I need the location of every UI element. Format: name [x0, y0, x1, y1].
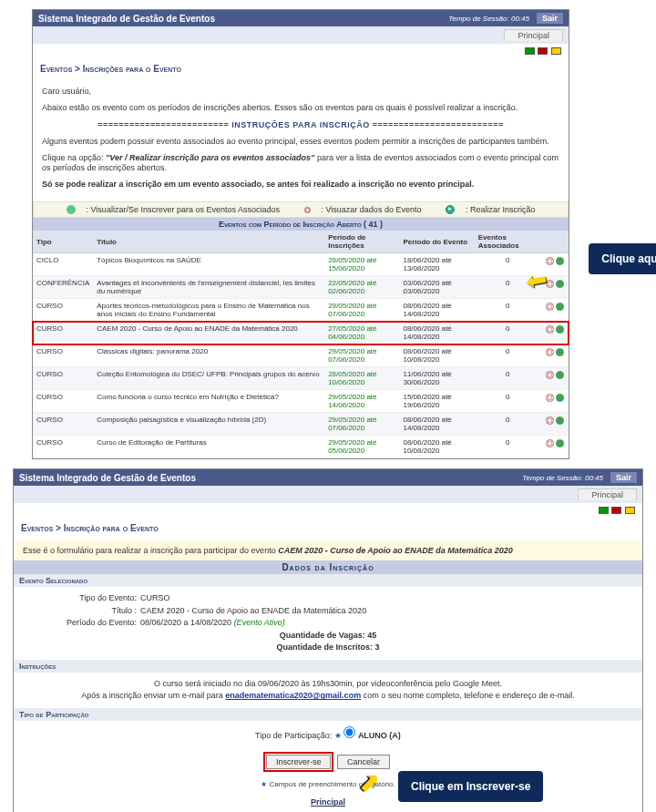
instr-p3: Só se pode realizar a inscrição em um ev…	[42, 180, 559, 190]
register-event-icon[interactable]	[556, 257, 564, 265]
col-periodo-ev: Período do Evento	[399, 231, 474, 253]
instr-p2: Clique na opção: "Ver / Realizar inscriç…	[42, 153, 559, 174]
flag-row	[33, 44, 569, 60]
col-periodo-insc: Período de Inscrições	[324, 231, 399, 253]
view-event-icon[interactable]	[546, 325, 554, 334]
view-event-icon[interactable]	[546, 371, 554, 379]
view-event-icon[interactable]	[546, 348, 554, 356]
system-title: Sistema Integrado de Gestão de Eventos	[19, 473, 522, 483]
system-title: Sistema Integrado de Gestão de Eventos	[38, 14, 448, 24]
vagas-row: Quantidade de Vagas: 45	[41, 630, 615, 642]
col-actions	[541, 231, 569, 253]
table-row: CURSOCAEM 2020 - Curso de Apoio ao ENADE…	[33, 322, 569, 344]
table-row: CURSOCurso de Editoração de Partituras29…	[33, 436, 569, 458]
table-row: CURSOComposição paisagística e visualiza…	[33, 413, 569, 436]
callout-click-inscrever: Clique em Inscrever-se	[398, 771, 543, 802]
assoc-icon	[67, 205, 76, 214]
screenshot-events-list: Sistema Integrado de Gestão de Eventos T…	[32, 9, 569, 459]
register-event-icon[interactable]	[556, 348, 564, 356]
instructions-body: O curso será iniciado no dia 09/06/2020 …	[14, 673, 642, 708]
tab-principal[interactable]: Principal	[504, 29, 563, 41]
breadcrumb: Eventos > Inscrições para o Evento	[33, 60, 569, 81]
action-legend: : Visualizar/Se Inscrever para os Evento…	[33, 201, 569, 219]
footer-link: Principal	[14, 792, 642, 812]
top-bar: Sistema Integrado de Gestão de Eventos T…	[33, 10, 569, 26]
register-event-icon[interactable]	[556, 280, 564, 288]
register-event-icon[interactable]	[556, 303, 564, 311]
sub-tipo-participacao: Tipo de Participação	[14, 708, 642, 721]
col-assoc: Eventos Associados	[475, 231, 541, 253]
radio-aluno[interactable]	[343, 726, 355, 738]
inscritos-row: Quantidade de Inscritos: 3	[41, 642, 615, 654]
view-event-icon[interactable]	[546, 394, 554, 402]
register-icon	[446, 205, 455, 214]
screenshot-inscription-form: Sistema Integrado de Gestão de Eventos T…	[13, 468, 643, 812]
instr-p1: Alguns eventos podem possuir evento asso…	[42, 137, 559, 148]
required-star: ★	[334, 731, 344, 740]
col-tipo: Tipo	[33, 231, 93, 253]
intro-text: Abaixo estão os evento com os períodos d…	[42, 103, 559, 114]
participation-row: Tipo de Participação: ★ ALUNO (A)	[14, 721, 642, 748]
table-row: CONFERÊNCIAAvantages et inconvénients de…	[33, 276, 569, 299]
sub-bar: Principal	[14, 486, 642, 503]
instructions-header: ========================= INSTRUÇÕES PAR…	[42, 120, 559, 131]
sub-evento-selecionado: Evento Selecionado	[14, 574, 642, 587]
greeting: Caro usuário,	[42, 87, 559, 98]
email-link[interactable]: enadematematica2020@gmail.com	[225, 691, 361, 700]
view-event-icon[interactable]	[546, 257, 554, 265]
table-title: Eventos com Período de Inscrição Aberto …	[33, 218, 569, 231]
event-info: Tipo do Evento:CURSO Título :CAEM 2020 -…	[14, 587, 642, 660]
flag-es-icon[interactable]	[625, 507, 635, 514]
form-banner: Esse é o formulário para realizar a insc…	[14, 540, 642, 560]
register-event-icon[interactable]	[556, 416, 564, 425]
register-event-icon[interactable]	[556, 439, 564, 447]
flag-row	[14, 503, 642, 519]
intro-content: Caro usuário, Abaixo estão os evento com…	[33, 81, 569, 201]
inscrever-button[interactable]: Inscrever-se	[266, 755, 332, 769]
cancelar-button[interactable]: Cancelar	[337, 755, 390, 769]
view-event-icon[interactable]	[546, 303, 554, 311]
events-table: Tipo Título Período de Inscrições Períod…	[33, 231, 569, 458]
button-row: Inscrever-se Cancelar	[14, 747, 642, 776]
table-row: CURSOAportes teóricos-metodológicos para…	[33, 299, 569, 322]
view-icon	[304, 207, 311, 213]
flag-es-icon[interactable]	[551, 47, 561, 55]
col-titulo: Título	[93, 231, 324, 253]
view-event-icon[interactable]	[546, 439, 554, 447]
session-time: Tempo de Sessão: 00:45	[522, 474, 603, 482]
callout-click-here: Clique aqui	[589, 243, 656, 274]
table-row: CURSOClássicas digitais: panorama 202029…	[33, 344, 569, 367]
table-row: CURSOColeção Entomológica do DSEC/ UFPB:…	[33, 367, 569, 390]
view-event-icon[interactable]	[546, 280, 554, 288]
flag-us-icon[interactable]	[611, 507, 621, 514]
table-row: CICLOTópicos Bioquímicos na SAÚDE28/05/2…	[33, 253, 569, 276]
exit-button[interactable]: Sair	[537, 13, 563, 24]
register-event-icon[interactable]	[556, 325, 564, 334]
session-time: Tempo de Sessão: 00:45	[448, 15, 529, 23]
table-row: CURSOComo funciona o curso técnico em Nu…	[33, 390, 569, 413]
register-event-icon[interactable]	[556, 371, 564, 379]
exit-button[interactable]: Sair	[610, 472, 637, 483]
required-note: ★ Campos de preenchimento obrigatório.	[14, 776, 642, 792]
view-event-icon[interactable]	[546, 416, 554, 425]
flag-br-icon[interactable]	[525, 47, 535, 55]
breadcrumb: Eventos > Inscrição para o Evento	[14, 519, 642, 540]
flag-us-icon[interactable]	[538, 47, 548, 55]
sub-instrucoes: Instruções	[14, 660, 642, 673]
sub-bar: Principal	[33, 26, 569, 44]
register-event-icon[interactable]	[556, 394, 564, 402]
principal-link[interactable]: Principal	[311, 797, 345, 807]
flag-br-icon[interactable]	[599, 507, 609, 514]
tab-principal[interactable]: Principal	[578, 488, 637, 500]
top-bar: Sistema Integrado de Gestão de Eventos T…	[14, 469, 642, 486]
section-dados: Dados da Inscrição	[14, 560, 642, 574]
